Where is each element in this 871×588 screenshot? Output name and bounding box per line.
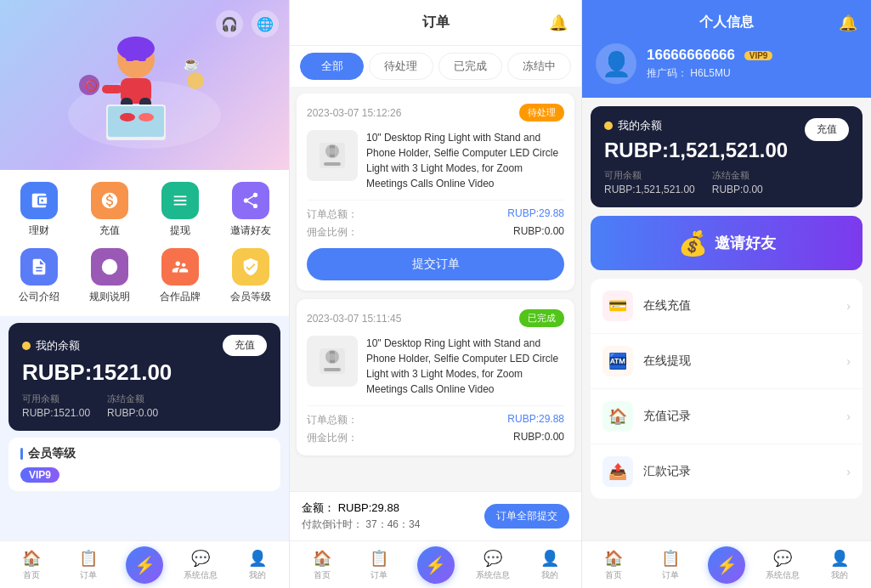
- svg-rect-22: [324, 162, 341, 166]
- svg-point-21: [329, 148, 336, 155]
- bell-icon-3[interactable]: 🔔: [839, 14, 857, 32]
- nav-home-2[interactable]: 🏠 首页: [293, 549, 350, 581]
- p3-available: 可用余额 RUBP:1,521,521.00: [604, 169, 695, 195]
- nav-orders-3[interactable]: 📋 订单: [642, 549, 698, 581]
- recharge-button[interactable]: 充值: [223, 335, 267, 356]
- nav-sysinfo-2[interactable]: 💬 系统信息: [464, 549, 521, 581]
- orders-icon-2: 📋: [370, 549, 388, 568]
- profile-balance-card: 我的余额 充值 RUBP:1,521,521.00 可用余额 RUBP:1,52…: [591, 106, 863, 207]
- svg-rect-9: [102, 85, 122, 93]
- member-title: 会员等级: [20, 446, 269, 461]
- vip-label: 会员等级: [230, 290, 271, 304]
- svg-point-26: [329, 353, 336, 360]
- tab-all[interactable]: 全部: [300, 53, 364, 80]
- recharge-records-icon: 🏠: [602, 401, 633, 432]
- hero-icons: 🎧 🌐: [216, 10, 279, 37]
- menu-item-tixian[interactable]: 提现: [150, 182, 210, 238]
- bottom-nav-home: 🏠 首页 📋 订单 ⚡ 💬 系统信息 👤 我的: [0, 540, 289, 588]
- nav-center-2[interactable]: ⚡: [407, 546, 464, 584]
- orders-icon: 📋: [79, 549, 98, 568]
- order-info-2: 订单总额： RUBP:29.88 佣金比例： RUBP:0.00: [307, 405, 564, 445]
- avatar: 👤: [596, 43, 636, 84]
- globe-icon[interactable]: 🌐: [252, 10, 279, 37]
- mine-icon-2: 👤: [540, 549, 559, 568]
- tab-done[interactable]: 已完成: [438, 53, 502, 80]
- licai-label: 理财: [29, 223, 49, 238]
- sysinfo-icon-3: 💬: [773, 549, 792, 568]
- invite-text: 邀请好友: [715, 233, 776, 253]
- tab-frozen[interactable]: 冻结中: [507, 53, 571, 80]
- nav-center-3[interactable]: ⚡: [698, 546, 755, 584]
- main-menu: 理财 充值 提现 邀请: [0, 170, 289, 316]
- nav-orders-2[interactable]: 📋 订单: [350, 549, 407, 581]
- withdraw-icon: 🏧: [602, 346, 633, 376]
- nav-center[interactable]: ⚡: [116, 546, 173, 584]
- orders-title: 订单: [422, 14, 450, 29]
- bottom-nav-profile: 🏠 首页 📋 订单 ⚡ 💬 系统信息 👤 我的: [582, 540, 871, 588]
- menu-recharge-records[interactable]: 🏠 充值记录 ›: [591, 389, 863, 444]
- home-icon-3: 🏠: [604, 549, 623, 568]
- svg-text:☕: ☕: [183, 55, 200, 71]
- bell-icon[interactable]: 🔔: [549, 14, 568, 32]
- menu-item-chongzhi[interactable]: 充值: [79, 182, 139, 238]
- nav-mine-2[interactable]: 👤 我的: [521, 549, 578, 581]
- profile-icon: 👤: [248, 549, 267, 568]
- menu-online-withdraw[interactable]: 🏧 在线提现 ›: [591, 334, 863, 389]
- submit-order-btn-1[interactable]: 提交订单: [307, 248, 564, 280]
- sysinfo-icon-2: 💬: [484, 549, 502, 568]
- tixian-label: 提现: [170, 223, 190, 238]
- nav-home[interactable]: 🏠 首页: [3, 549, 59, 581]
- orders-header: 订单 🔔: [290, 0, 581, 46]
- nav-sysinfo-3[interactable]: 💬 系统信息: [755, 549, 811, 581]
- invite-label: 邀请好友: [230, 223, 271, 238]
- menu-item-company[interactable]: 公司介绍: [8, 248, 69, 304]
- order-time-2: 2023-03-07 15:11:45: [307, 313, 401, 325]
- countdown: 付款倒计时： 37：46：34: [302, 517, 420, 532]
- orders-icon-3: 📋: [661, 549, 680, 568]
- tixian-icon: [161, 182, 199, 219]
- profile-phone: 16666666666 VIP9: [647, 47, 857, 64]
- order-product-2: 10" Desktop Ring Light with Stand and Ph…: [307, 336, 564, 397]
- menu-item-vip[interactable]: 会员等级: [220, 248, 280, 304]
- home-icon-2: 🏠: [313, 549, 331, 568]
- tab-pending[interactable]: 待处理: [369, 53, 433, 80]
- arrow-icon-3: ›: [846, 410, 851, 423]
- nav-home-3[interactable]: 🏠 首页: [585, 549, 642, 581]
- order-info-1: 订单总额： RUBP:29.88 佣金比例： RUBP:0.00: [307, 200, 564, 240]
- invite-banner[interactable]: 💰 邀请好友: [591, 216, 863, 270]
- svg-rect-8: [108, 106, 164, 137]
- order-total-row-2: 订单总额： RUBP:29.88: [307, 413, 564, 427]
- p3-frozen: 冻结金额 RUBP:0.00: [712, 169, 763, 195]
- nav-sysinfo[interactable]: 💬 系统信息: [173, 549, 229, 581]
- menu-item-rules[interactable]: 规则说明: [79, 248, 139, 304]
- order-list: 2023-03-07 15:12:26 待处理 10" Desktop Rin: [290, 93, 581, 491]
- profile-header: 个人信息 🔔 👤 16666666666 VIP9 推广码： H6L5MU: [582, 0, 871, 98]
- profile-info: 👤 16666666666 VIP9 推广码： H6L5MU: [596, 43, 857, 84]
- rules-icon: [91, 248, 128, 286]
- partner-icon: [161, 248, 199, 286]
- recharge-icon: 💳: [602, 291, 633, 321]
- sysinfo-icon: 💬: [191, 549, 210, 568]
- nav-profile[interactable]: 👤 我的: [229, 549, 286, 581]
- bar-icon: [20, 448, 23, 460]
- balance-label: 我的余额: [22, 338, 80, 353]
- company-label: 公司介绍: [19, 290, 59, 304]
- submit-all-button[interactable]: 订单全部提交: [484, 504, 569, 529]
- product-desc-2: 10" Desktop Ring Light with Stand and Ph…: [366, 336, 564, 397]
- svg-point-15: [120, 113, 135, 122]
- menu-online-recharge[interactable]: 💳 在线充值 ›: [591, 279, 863, 334]
- p3-recharge-button[interactable]: 充值: [805, 118, 849, 141]
- menu-remit-records[interactable]: 📤 汇款记录 ›: [591, 444, 863, 499]
- mine-icon-3: 👤: [830, 549, 849, 568]
- menu-item-invite[interactable]: 邀请好友: [220, 182, 280, 238]
- nav-orders[interactable]: 📋 订单: [59, 549, 116, 581]
- menu-item-partner[interactable]: 合作品牌: [150, 248, 210, 304]
- flash-icon: ⚡: [126, 546, 163, 584]
- headphone-icon[interactable]: 🎧: [216, 10, 243, 37]
- svg-point-13: [187, 72, 204, 89]
- nav-mine-3[interactable]: 👤 我的: [812, 549, 868, 581]
- panel-home: 🚫 ☕ 🎧 🌐: [0, 0, 289, 588]
- available-balance: 可用余额 RUBP:1521.00: [22, 393, 90, 419]
- order-header-2: 2023-03-07 15:11:45 已完成: [307, 309, 564, 327]
- menu-item-licai[interactable]: 理财: [8, 182, 69, 238]
